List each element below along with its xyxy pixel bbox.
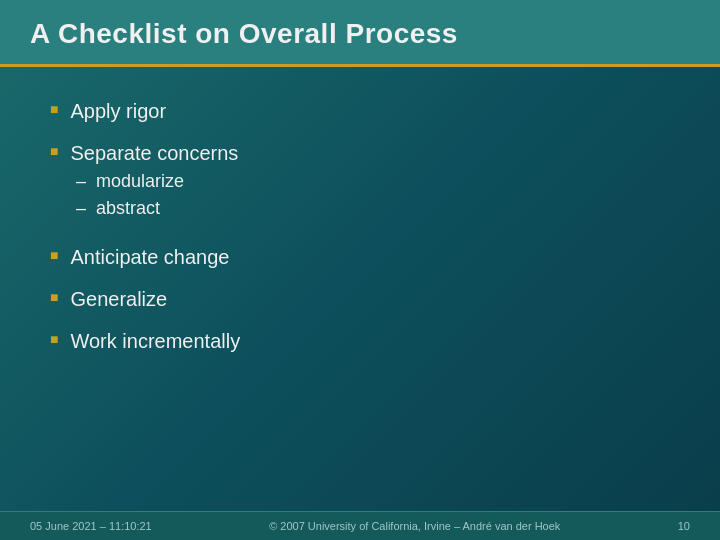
sub-dash-1: – bbox=[76, 171, 86, 192]
bullet-icon-4: ■ bbox=[50, 289, 58, 305]
bullet-apply-rigor: ■ Apply rigor bbox=[50, 97, 690, 125]
bullet-icon-2: ■ bbox=[50, 143, 58, 159]
sub-bullets-separate-concerns: – modularize – abstract bbox=[76, 171, 184, 225]
bullet-icon-1: ■ bbox=[50, 101, 58, 117]
bullet-text-generalize: Generalize bbox=[70, 285, 167, 313]
content-area: ■ Apply rigor ■ Separate concerns – modu… bbox=[0, 67, 720, 511]
footer-date: 05 June 2021 – 11:10:21 bbox=[30, 520, 152, 532]
bullet-text-anticipate-change: Anticipate change bbox=[70, 243, 229, 271]
bullet-work-incrementally: ■ Work incrementally bbox=[50, 327, 690, 355]
sub-dash-2: – bbox=[76, 198, 86, 219]
bullet-icon-3: ■ bbox=[50, 247, 58, 263]
slide: A Checklist on Overall Process ■ Apply r… bbox=[0, 0, 720, 540]
bullet-generalize: ■ Generalize bbox=[50, 285, 690, 313]
slide-footer: 05 June 2021 – 11:10:21 © 2007 Universit… bbox=[0, 511, 720, 540]
bullet-anticipate-change: ■ Anticipate change bbox=[50, 243, 690, 271]
title-bar: A Checklist on Overall Process bbox=[0, 0, 720, 67]
bullet-text-separate-concerns: Separate concerns bbox=[70, 139, 238, 167]
bullet-icon-5: ■ bbox=[50, 331, 58, 347]
sub-bullet-text-modularize: modularize bbox=[96, 171, 184, 192]
footer-page-number: 10 bbox=[678, 520, 690, 532]
bullet-separate-concerns: ■ Separate concerns – modularize – abstr… bbox=[50, 139, 690, 229]
bullet-text-apply-rigor: Apply rigor bbox=[70, 97, 166, 125]
bullet-text-work-incrementally: Work incrementally bbox=[70, 327, 240, 355]
sub-bullet-abstract: – abstract bbox=[76, 198, 184, 219]
footer-copyright: © 2007 University of California, Irvine … bbox=[152, 520, 678, 532]
sub-bullet-modularize: – modularize bbox=[76, 171, 184, 192]
slide-title: A Checklist on Overall Process bbox=[30, 18, 458, 49]
sub-bullet-text-abstract: abstract bbox=[96, 198, 160, 219]
